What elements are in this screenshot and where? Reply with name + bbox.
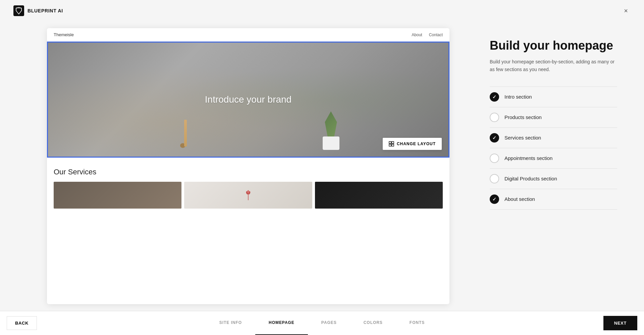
checkbox-appointments[interactable]: [490, 154, 499, 163]
blueprint-ai-logo-icon: [13, 5, 24, 16]
check-icon-about: ✓: [492, 197, 496, 202]
bottom-nav: BACK SITE INFO HOMEPAGE PAGES COLORS FON…: [0, 311, 644, 335]
section-item-services[interactable]: ✓ Services section: [490, 128, 617, 148]
right-panel: Build your homepage Build your homepage …: [470, 21, 644, 311]
services-grid: [54, 182, 443, 209]
svg-rect-3: [389, 144, 391, 146]
section-label-intro: Intro section: [504, 94, 532, 100]
next-button[interactable]: NEXT: [603, 316, 637, 330]
tab-site-info[interactable]: SITE INFO: [206, 311, 255, 335]
hero-decor-pot: [323, 136, 339, 150]
tab-fonts[interactable]: FONTS: [396, 311, 438, 335]
change-layout-button[interactable]: CHANGE LAYOUT: [383, 138, 442, 150]
svg-rect-1: [389, 142, 391, 144]
check-icon-services: ✓: [492, 135, 496, 141]
service-image-1: [54, 182, 181, 209]
checkbox-digital-products[interactable]: [490, 174, 499, 183]
logo-text: BLUEPRINT AI: [28, 8, 63, 13]
hero-text: Introduce your brand: [205, 94, 291, 105]
checkbox-intro[interactable]: ✓: [490, 92, 499, 102]
service-image-3: [315, 182, 443, 209]
checkbox-services[interactable]: ✓: [490, 133, 499, 143]
browser-title: Themeisle: [54, 32, 74, 37]
tab-colors[interactable]: COLORS: [350, 311, 396, 335]
hero-section: Introduce your brand CHANGE LAYOUT: [47, 42, 449, 158]
services-preview-section: Our Services: [47, 158, 449, 215]
browser-nav-contact[interactable]: Contact: [429, 33, 443, 37]
section-label-products: Products section: [504, 114, 542, 120]
browser-toolbar: Themeisle About Contact: [47, 28, 449, 42]
header: BLUEPRINT AI ×: [0, 0, 644, 21]
logo: BLUEPRINT AI: [13, 5, 63, 16]
section-item-products[interactable]: Products section: [490, 107, 617, 128]
browser-content: Introduce your brand CHANGE LAYOUT: [47, 42, 449, 304]
tab-pages[interactable]: PAGES: [308, 311, 350, 335]
browser-frame: Themeisle About Contact: [47, 28, 449, 304]
svg-rect-4: [392, 144, 394, 146]
svg-point-8: [247, 190, 249, 193]
browser-nav: About Contact: [412, 33, 443, 37]
section-label-about: About section: [504, 196, 535, 202]
layout-icon: [389, 141, 394, 147]
check-icon-intro: ✓: [492, 94, 496, 100]
svg-rect-2: [392, 142, 394, 144]
nav-tabs: SITE INFO HOMEPAGE PAGES COLORS FONTS: [206, 311, 438, 335]
close-button[interactable]: ×: [621, 4, 631, 17]
change-layout-label: CHANGE LAYOUT: [397, 142, 436, 146]
flower-icon: [245, 190, 252, 200]
section-item-appointments[interactable]: Appointments section: [490, 148, 617, 169]
sections-list: ✓ Intro section Products section ✓ Servi…: [490, 87, 617, 210]
checkbox-about[interactable]: ✓: [490, 194, 499, 204]
browser-nav-about[interactable]: About: [412, 33, 422, 37]
section-label-services: Services section: [504, 135, 541, 141]
tab-homepage[interactable]: HOMEPAGE: [255, 311, 308, 335]
service-image-2: [184, 182, 312, 209]
section-label-appointments: Appointments section: [504, 155, 552, 161]
back-button[interactable]: BACK: [7, 316, 37, 330]
preview-panel: Themeisle About Contact: [0, 21, 470, 311]
checkbox-products[interactable]: [490, 113, 499, 122]
panel-description: Build your homepage section-by-section, …: [490, 58, 617, 73]
hero-decor-plant: [318, 110, 344, 150]
hero-decor-leaf: [321, 111, 341, 138]
section-item-intro[interactable]: ✓ Intro section: [490, 87, 617, 107]
section-label-digital-products: Digital Products section: [504, 176, 557, 181]
panel-title: Build your homepage: [490, 38, 617, 53]
section-item-digital-products[interactable]: Digital Products section: [490, 169, 617, 189]
section-item-about[interactable]: ✓ About section: [490, 189, 617, 210]
hero-decor-candle: [184, 120, 187, 147]
main-content: Themeisle About Contact: [0, 21, 644, 311]
services-preview-title: Our Services: [54, 168, 443, 176]
